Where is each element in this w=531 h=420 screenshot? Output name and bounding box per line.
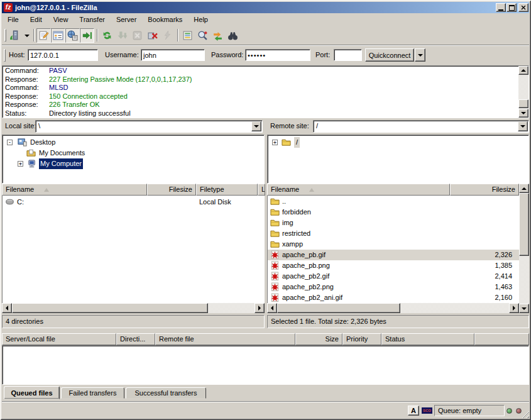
tree-item-root[interactable]: + /: [268, 137, 528, 148]
local-file-row[interactable]: C: Local Disk: [3, 197, 265, 207]
directory-comparison-button[interactable]: [195, 28, 210, 43]
resize-grip[interactable]: [521, 410, 529, 418]
file-row[interactable]: ..: [268, 196, 519, 207]
close-button[interactable]: [518, 3, 528, 12]
queue-column-remote-file[interactable]: Remote file: [155, 333, 295, 345]
file-row[interactable]: xampp: [268, 239, 519, 250]
remote-site-combobox[interactable]: /: [313, 120, 529, 133]
local-scrollbar-thumb[interactable]: [12, 303, 208, 313]
collapse-toggle[interactable]: -: [7, 140, 13, 145]
my-documents-icon: [26, 148, 36, 158]
close-icon: [521, 6, 526, 10]
menu-server[interactable]: Server: [111, 14, 142, 26]
cancel-operation-button[interactable]: [130, 28, 145, 43]
tree-item-desktop[interactable]: - Desktop: [3, 137, 264, 148]
reconnect-button[interactable]: [160, 28, 175, 43]
menu-help[interactable]: Help: [188, 14, 214, 26]
maximize-button[interactable]: [506, 3, 517, 12]
synchronized-browsing-button[interactable]: [211, 28, 225, 43]
log-line: Response:227 Entering Passive Mode (127,…: [3, 75, 528, 84]
scroll-right-button[interactable]: [255, 303, 265, 313]
quickconnect-button[interactable]: Quickconnect: [365, 48, 414, 62]
remote-file-list: .. forbidden img restricted xampp apache…: [267, 196, 519, 303]
maximize-icon: [509, 5, 515, 11]
directory-listing-filters-button[interactable]: [180, 28, 195, 43]
site-manager-dropdown-button[interactable]: [23, 28, 31, 43]
sort-ascending-icon: [44, 188, 49, 192]
toggle-message-log-button[interactable]: [36, 28, 51, 43]
queue-column-server-local-file[interactable]: Server/Local file: [2, 333, 116, 345]
scroll-right-button[interactable]: [509, 303, 519, 313]
file-row[interactable]: forbidden: [268, 207, 519, 218]
scroll-down-button[interactable]: [518, 109, 528, 118]
file-row[interactable]: apache_pb2.png1,463: [268, 282, 519, 292]
queue-column-size[interactable]: Size: [295, 333, 342, 345]
scroll-left-button[interactable]: [267, 303, 277, 313]
file-row[interactable]: apache_pb2.gif2,414: [268, 271, 519, 282]
filezilla-window: fz john@127.0.0.1 - FileZilla File Edit …: [0, 0, 531, 420]
toggle-remote-tree-button[interactable]: [65, 28, 80, 43]
tree-item-my-computer[interactable]: + My Computer: [3, 158, 264, 169]
filter-icon: [182, 30, 193, 41]
toggle-local-tree-button[interactable]: [51, 28, 65, 43]
find-files-button[interactable]: [226, 28, 240, 43]
refresh-button[interactable]: [100, 28, 114, 43]
scroll-up-button[interactable]: [518, 66, 528, 75]
remote-site-dropdown-button[interactable]: [518, 121, 528, 131]
menu-edit[interactable]: Edit: [25, 14, 48, 26]
queue-column-priority[interactable]: Priority: [342, 333, 381, 345]
expand-toggle[interactable]: +: [18, 161, 23, 167]
tab-queued-files[interactable]: Queued files: [4, 386, 60, 399]
queue-column-direction[interactable]: Directi...: [116, 333, 155, 345]
title-bar[interactable]: fz john@127.0.0.1 - FileZilla: [2, 2, 529, 13]
remote-column-filename[interactable]: Filename: [267, 184, 450, 196]
toolbar-grip[interactable]: [4, 29, 6, 41]
quickconnect-dropdown-button[interactable]: [415, 48, 425, 62]
username-input[interactable]: [141, 49, 205, 61]
local-tree: - Desktop My Documents + My Computer: [2, 135, 265, 184]
host-input[interactable]: [28, 49, 98, 61]
file-row[interactable]: restricted: [268, 228, 519, 239]
quickconnect-grip[interactable]: [4, 49, 6, 62]
scroll-down-button[interactable]: [519, 304, 529, 313]
local-column-filetype[interactable]: Filetype: [196, 184, 258, 196]
site-manager-button[interactable]: [8, 28, 22, 43]
queue-column-status[interactable]: Status: [381, 333, 474, 345]
local-column-last-modified[interactable]: L: [258, 184, 265, 196]
remote-column-filesize[interactable]: Filesize: [450, 184, 519, 196]
transfer-type-indicator[interactable]: A: [408, 406, 419, 416]
image-file-icon: [270, 250, 280, 260]
local-site-dropdown-button[interactable]: [251, 121, 261, 131]
scroll-left-button[interactable]: [2, 303, 12, 313]
toggle-transfer-queue-button[interactable]: [80, 28, 94, 43]
tab-failed-transfers[interactable]: Failed transfers: [61, 387, 124, 399]
minimize-button[interactable]: [496, 3, 506, 12]
tab-successful-transfers[interactable]: Successful transfers: [126, 387, 206, 399]
local-column-filename[interactable]: Filename: [2, 184, 147, 196]
expand-toggle[interactable]: +: [272, 140, 278, 145]
local-column-filesize[interactable]: Filesize: [147, 184, 196, 196]
host-label: Host:: [9, 51, 25, 58]
menu-file[interactable]: File: [2, 14, 25, 26]
menu-view[interactable]: View: [48, 14, 74, 26]
menu-transfer[interactable]: Transfer: [74, 14, 111, 26]
disconnect-button[interactable]: [145, 28, 160, 43]
log-line: Command:PASV: [3, 67, 528, 75]
file-row[interactable]: img: [268, 218, 519, 228]
cancel-icon: [132, 30, 143, 41]
remote-scrollbar-thumb-h[interactable]: [277, 303, 400, 313]
menu-bookmarks[interactable]: Bookmarks: [142, 14, 188, 26]
file-row[interactable]: apache_pb2_ani.gif2,160: [268, 292, 519, 303]
scroll-up-button[interactable]: [519, 184, 529, 193]
remote-scrollbar-thumb[interactable]: [519, 193, 529, 256]
filezilla-logo-icon: fz: [4, 3, 13, 12]
log-scrollbar-thumb[interactable]: [518, 99, 528, 108]
password-input[interactable]: [245, 49, 310, 61]
tree-item-my-documents[interactable]: My Documents: [3, 148, 264, 158]
file-row[interactable]: apache_pb.png1,385: [268, 260, 519, 271]
local-site-combobox[interactable]: \: [35, 120, 263, 133]
file-row-selected[interactable]: apache_pb.gif2,326: [268, 250, 519, 260]
port-input[interactable]: [334, 49, 362, 61]
refresh-icon: [102, 30, 112, 41]
process-queue-button[interactable]: [115, 28, 129, 43]
